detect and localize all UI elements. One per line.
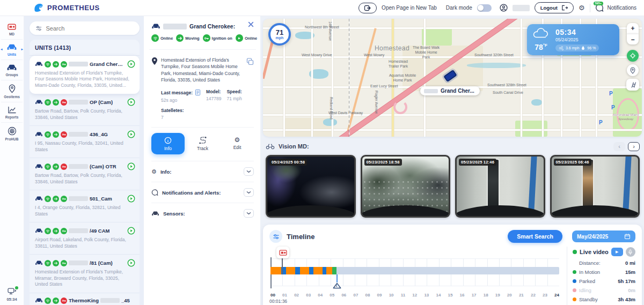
ignition-status-icon xyxy=(61,297,67,304)
date-value: May/24/2025 xyxy=(577,234,608,240)
map[interactable]: Homestead Northwest 8th Street 14th Aven… xyxy=(263,19,642,137)
smart-search-button[interactable]: Smart Search xyxy=(508,230,562,243)
motion-status-icon xyxy=(53,163,59,170)
follow-vehicle-button[interactable] xyxy=(627,50,639,62)
sidebar-item-units[interactable]: ◂ ▸ Units xyxy=(1,40,23,60)
md-event-marker[interactable] xyxy=(276,247,289,258)
car-icon xyxy=(6,43,17,51)
search-input[interactable] xyxy=(46,25,134,32)
tab-edit[interactable]: ⚙ Edit xyxy=(221,133,254,154)
clips-next-button[interactable]: › xyxy=(628,142,640,151)
status-segment xyxy=(323,267,326,274)
tab-info[interactable]: Info xyxy=(151,133,185,154)
chat-bubble-icon xyxy=(151,189,158,196)
detail-header: Grand Cherokee: xyxy=(151,23,254,29)
clips-prev-button[interactable]: ‹ xyxy=(613,142,625,151)
collapse-arrow-right-icon[interactable]: ▸ xyxy=(21,47,23,51)
legend-row: Distance: 0 mi xyxy=(573,260,635,266)
status-band[interactable]: 1 xyxy=(270,267,559,274)
camera-play-icon[interactable] xyxy=(127,130,135,138)
logout-button[interactable]: Logout xyxy=(535,2,574,13)
camera-play-icon[interactable] xyxy=(127,227,135,235)
redacted-text xyxy=(69,261,88,265)
date-picker[interactable]: May/24/2025 xyxy=(572,230,635,242)
traffic-layer-button[interactable] xyxy=(626,79,639,91)
notifications-button[interactable]: 595+ Notifications xyxy=(595,4,636,12)
camera-clip[interactable]: 05/23/2025 06:46 xyxy=(550,155,640,218)
unit-name: _45 xyxy=(121,297,130,303)
unit-list-item[interactable]: /81 (Cam) Homestead Extension of Florida… xyxy=(30,255,140,293)
accordion-notifications[interactable]: Notifications and Alerts: xyxy=(151,182,254,203)
chevron-down-icon[interactable] xyxy=(244,209,254,218)
device-status-icon[interactable] xyxy=(7,287,17,295)
tab-track[interactable]: Track xyxy=(186,133,219,154)
divider xyxy=(149,49,256,50)
motion-status-icon xyxy=(53,196,59,202)
map-park xyxy=(422,27,452,46)
live-play-button[interactable]: ▶ xyxy=(611,248,623,256)
car-icon xyxy=(35,163,43,169)
camera-clip[interactable]: 05/24/2025 00:58 xyxy=(266,155,356,218)
redacted-text xyxy=(100,298,120,303)
copy-icon[interactable] xyxy=(246,58,254,83)
unit-list-item[interactable]: Grand Cherokee Homestead Extension of Fl… xyxy=(30,56,140,94)
detail-stats: Last message: 52s ago Model: 147789 Spee… xyxy=(151,89,254,103)
map-label: West Mowry xyxy=(364,53,384,57)
map-road xyxy=(263,114,642,116)
weather-details: 3.6 mph 96 % xyxy=(555,44,599,51)
unit-list-item[interactable]: /49 CAM Airport Road, Lakeland, Polk Cou… xyxy=(30,222,140,255)
clip-timestamp: 05/23/2025 18:58 xyxy=(364,159,402,166)
status-segment xyxy=(300,267,309,274)
sidebar-item-geoitems[interactable]: Geoitems xyxy=(1,80,23,102)
map-canal xyxy=(467,63,526,68)
sidebar-item-prohub[interactable]: ProHUB xyxy=(1,123,23,144)
car-icon xyxy=(151,23,160,29)
hour-tick: 10 xyxy=(389,293,394,297)
dark-mode-toggle[interactable] xyxy=(477,4,492,12)
unit-name: /81 (Cam) xyxy=(90,260,113,266)
camera-play-icon[interactable] xyxy=(127,162,135,170)
unit-list-item[interactable]: OP (Cam) Bartow Road, Bartow, Polk Count… xyxy=(30,94,140,126)
playhead-flag: 1 xyxy=(335,284,337,287)
close-icon[interactable] xyxy=(248,21,254,27)
open-new-tab-button[interactable] xyxy=(358,3,377,13)
unit-name: /49 CAM xyxy=(90,228,109,234)
notifications-badge: 595+ xyxy=(594,2,603,6)
camera-play-icon[interactable] xyxy=(127,98,135,106)
live-video-label: Live video xyxy=(580,249,609,255)
chevron-down-icon[interactable] xyxy=(244,167,254,176)
unit-list-item[interactable]: 436_4G I 95, Nassau County, Florida, 320… xyxy=(30,126,140,158)
camera-play-icon[interactable] xyxy=(127,195,135,203)
vehicle-label[interactable]: Grand Cher... xyxy=(420,86,480,95)
unit-name: 501_Cam xyxy=(90,196,112,202)
ignition-status-icon xyxy=(61,260,67,266)
accordion-sensors[interactable]: Sensors: xyxy=(151,203,254,224)
mic-button[interactable] xyxy=(626,247,635,257)
camera-play-icon[interactable] xyxy=(127,60,135,68)
timeline-chart[interactable]: 1 00010203040506070809101112131415161718… xyxy=(269,247,562,305)
sidebar-item-groups[interactable]: Groups xyxy=(1,60,23,80)
sidebar-item-reports[interactable]: Reports xyxy=(1,102,23,123)
status-online: Online xyxy=(151,34,173,42)
collapse-arrow-left-icon[interactable]: ◂ xyxy=(1,47,3,51)
settings-gear-icon[interactable]: ⚙ xyxy=(579,4,585,11)
camera-clip[interactable]: 05/23/2025 18:58 xyxy=(361,155,451,218)
chevron-down-icon[interactable] xyxy=(244,188,254,197)
camera-play-icon[interactable] xyxy=(127,259,135,267)
accordion-info[interactable]: ⚙ Info: xyxy=(151,161,254,182)
sidebar-item-md[interactable]: MD xyxy=(1,19,23,40)
weather-time: 05:34 xyxy=(555,28,614,36)
zoom-in-button[interactable]: + xyxy=(627,23,639,34)
unit-list-item[interactable]: ThermoKing _45 I 4, Orlando, Orange Coun… xyxy=(30,293,140,305)
unit-list-item[interactable]: 501_Cam I 4, Orange County, Florida, 328… xyxy=(30,190,140,222)
zoom-out-button[interactable]: − xyxy=(627,34,639,44)
camera-clip[interactable]: 05/23/2025 12:46 xyxy=(455,155,545,218)
map-label: East Lucy Street xyxy=(370,84,398,88)
locate-button[interactable] xyxy=(627,64,639,76)
legend-dot xyxy=(573,288,576,292)
unit-list-item[interactable]: (Cam) OTR Bartow Road, Bartow, Polk Coun… xyxy=(30,158,140,190)
timeline-header: Timeline Smart Search May/24/2025 xyxy=(269,230,635,243)
search-box[interactable] xyxy=(30,21,140,35)
playhead-readout: 00:01:36 Online xyxy=(269,299,287,305)
car-icon xyxy=(35,260,43,266)
